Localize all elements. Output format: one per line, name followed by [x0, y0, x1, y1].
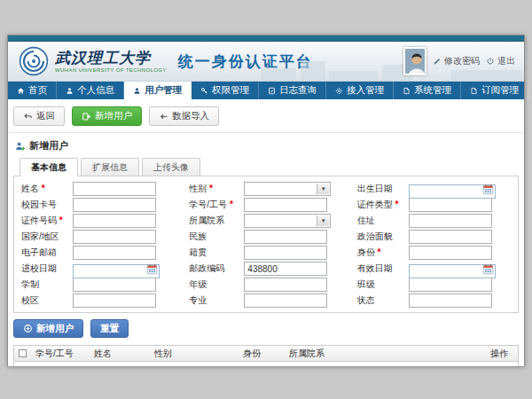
- grade-input[interactable]: [244, 278, 327, 292]
- identity-input[interactable]: [409, 246, 492, 260]
- required-asterisk: *: [227, 200, 233, 209]
- skyline-decoration: [261, 68, 296, 81]
- department-select[interactable]: ▼: [244, 214, 331, 228]
- calendar-icon[interactable]: [482, 263, 494, 275]
- student-id-input[interactable]: [244, 198, 327, 212]
- class-input-row: 班级: [357, 278, 511, 292]
- change-password-link[interactable]: 修改密码: [433, 55, 480, 67]
- reset-button-label: 重置: [100, 323, 119, 335]
- back-button[interactable]: 返回: [13, 106, 65, 126]
- chevron-down-icon[interactable]: ▼: [317, 184, 329, 194]
- postal-code-input[interactable]: [244, 262, 327, 276]
- power-icon: [486, 57, 495, 66]
- table-header-cell: 学号/工号: [32, 348, 90, 360]
- form-tabs: 基本信息扩展信息上传头像: [13, 158, 519, 176]
- nav-tab-subscription-mgmt[interactable]: 订阅管理: [461, 82, 528, 99]
- gender-select[interactable]: ▼: [244, 182, 331, 196]
- app-window: 武汉理工大学 WUHAN UNIVERSITY OF TECHNOLOGY 统一…: [7, 35, 525, 366]
- back-arrow-icon: [23, 112, 33, 121]
- schooling-length-input[interactable]: [73, 278, 156, 292]
- pencil-icon: [433, 57, 442, 66]
- email-input-row: 电子邮箱: [21, 246, 175, 260]
- political-status-input[interactable]: [409, 230, 492, 244]
- country-region-input-row: 国家/地区: [21, 230, 175, 244]
- student-id-input-row: 学号/工号 *: [189, 198, 342, 212]
- name-input-row: 姓名 *: [21, 182, 175, 196]
- add-user-icon: [82, 112, 91, 121]
- field-label: 校园卡号: [21, 199, 73, 211]
- calendar-icon[interactable]: [146, 263, 158, 275]
- reset-button[interactable]: 重置: [90, 319, 129, 338]
- field-label: 电子邮箱: [21, 246, 73, 259]
- users-icon: [133, 87, 141, 95]
- calendar-icon[interactable]: [482, 184, 494, 195]
- field-label: 学制: [21, 278, 73, 291]
- plus-circle-icon: [23, 324, 33, 333]
- field-label: 证件号码 *: [21, 215, 73, 227]
- nav-tab-permission-mgmt[interactable]: 权限管理: [192, 82, 259, 99]
- nav-tab-user-management[interactable]: 用户管理: [124, 82, 192, 99]
- gear-icon: [335, 87, 343, 95]
- email-input[interactable]: [73, 246, 156, 260]
- field-label: 出生日期: [357, 183, 409, 195]
- chevron-down-icon[interactable]: ▼: [317, 215, 329, 226]
- nav-tab-home[interactable]: 首页: [8, 82, 57, 99]
- field-label: 身份 *: [357, 246, 409, 259]
- form-panel: 姓名 *性别 *▼出生日期校园卡号学号/工号 *证件类型 *证件号码 *所属院系…: [13, 176, 519, 313]
- class-input[interactable]: [409, 278, 492, 292]
- required-asterisk: *: [57, 215, 63, 225]
- enroll-date-input-wrap: [73, 262, 160, 276]
- nav-tab-label: 首页: [28, 84, 47, 97]
- select-all-checkbox[interactable]: [19, 349, 27, 357]
- campus-input[interactable]: [73, 293, 156, 308]
- field-label: 学号/工号 *: [189, 199, 244, 211]
- main-content: 返回 新增用户 数据导入 新增用户 基本信息扩展信息上传头像 姓名 *性别 *▼…: [8, 99, 524, 366]
- change-password-label: 修改密码: [444, 55, 480, 67]
- nav-tab-label: 日志查询: [279, 84, 317, 97]
- campus-card-input-row: 校园卡号: [21, 198, 175, 212]
- ethnicity-input[interactable]: [244, 230, 327, 244]
- campus-card-input[interactable]: [73, 198, 156, 212]
- address-input-row: 住址: [357, 214, 511, 228]
- id-number-input[interactable]: [73, 214, 156, 228]
- id-type-input-row: 证件类型 *: [357, 198, 511, 212]
- nav-tab-system-mgmt[interactable]: 系统管理: [394, 82, 461, 99]
- grade-input-row: 年级: [189, 278, 342, 292]
- skyline-decoration: [329, 71, 378, 81]
- table-header-cell: 姓名: [90, 348, 151, 360]
- app-header: 武汉理工大学 WUHAN UNIVERSITY OF TECHNOLOGY 统一…: [8, 42, 524, 82]
- home-icon: [17, 87, 25, 95]
- submit-add-user-button[interactable]: 新增用户: [13, 319, 83, 338]
- id-type-input[interactable]: [409, 198, 492, 212]
- field-label: 性别 *: [189, 183, 244, 195]
- address-input[interactable]: [409, 214, 492, 228]
- user-table: 学号/工号姓名性别身份所属院系操作: [13, 345, 519, 366]
- valid-date-input-row: 有效日期: [357, 262, 511, 276]
- native-place-input[interactable]: [244, 246, 327, 260]
- import-arrow-icon: [159, 112, 168, 121]
- tab-extended-info[interactable]: 扩展信息: [81, 158, 139, 176]
- key-icon: [200, 87, 208, 95]
- name-input[interactable]: [73, 182, 156, 196]
- nav-tab-personal-info[interactable]: 个人信息: [57, 82, 124, 99]
- tab-upload-avatar[interactable]: 上传头像: [142, 158, 200, 176]
- table-header-row: 学号/工号姓名性别身份所属院系操作: [14, 346, 518, 362]
- log-icon: [268, 87, 276, 95]
- logout-link[interactable]: 退出: [486, 55, 515, 67]
- status-input-row: 状态: [357, 293, 511, 308]
- add-user-toolbar-button[interactable]: 新增用户: [72, 106, 142, 126]
- country-region-input[interactable]: [73, 230, 156, 244]
- native-place-input-row: 籍贯: [189, 246, 342, 260]
- major-input[interactable]: [244, 293, 327, 308]
- nav-tab-access-mgmt[interactable]: 接入管理: [326, 82, 394, 99]
- user-avatar[interactable]: [403, 47, 426, 75]
- nav-tab-log-query[interactable]: 日志查询: [259, 82, 326, 99]
- data-import-button[interactable]: 数据导入: [149, 106, 219, 126]
- status-input[interactable]: [409, 293, 492, 308]
- add-user-toolbar-label: 新增用户: [95, 110, 132, 122]
- tab-basic-info[interactable]: 基本信息: [20, 158, 78, 176]
- logout-label: 退出: [497, 55, 515, 67]
- gender-select-row: 性别 *▼: [189, 182, 342, 196]
- data-import-label: 数据导入: [172, 110, 209, 122]
- political-status-input-row: 政治面貌: [357, 230, 511, 244]
